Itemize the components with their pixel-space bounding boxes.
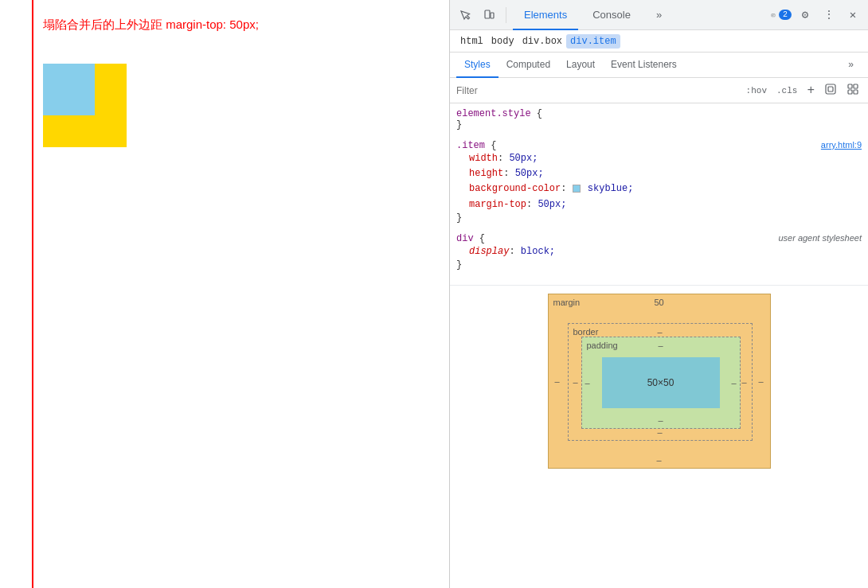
css-close: }: [456, 119, 862, 130]
bm-padding-label: padding: [587, 341, 618, 350]
filter-input[interactable]: [456, 85, 739, 96]
svg-rect-0: [485, 10, 490, 18]
bm-padding-layer: padding – – – – 50×50: [581, 337, 741, 429]
css-prop-bg: background-color: skyblue;: [456, 181, 862, 197]
bc-divbox[interactable]: div.box: [518, 34, 566, 49]
filter-icon1[interactable]: [822, 82, 839, 99]
bc-html[interactable]: html: [456, 34, 487, 49]
css-close-item: }: [456, 212, 862, 224]
tab-console[interactable]: Console: [581, 2, 642, 30]
bm-border-label: border: [573, 327, 599, 337]
svg-rect-2: [772, 14, 775, 16]
tab-styles[interactable]: Styles: [456, 53, 499, 78]
breadcrumb: html body div.box div.item: [450, 30, 868, 53]
css-prop-width: width: 50px;: [456, 151, 862, 166]
color-swatch-skyblue[interactable]: [573, 185, 581, 193]
css-block-div: user agent stylesheet div { display: blo…: [456, 233, 862, 271]
bm-padding-top[interactable]: –: [658, 341, 663, 350]
blue-box: [43, 64, 95, 115]
filter-add[interactable]: +: [804, 83, 817, 99]
devtools-panel: Elements Console » 2 ⚙ ⋮ ✕ html body div…: [450, 0, 868, 588]
svg-rect-5: [826, 84, 835, 94]
cursor-icon[interactable]: [455, 5, 475, 25]
annotation-text: 塌陷合并后的上外边距 margin-top: 50px;: [43, 18, 259, 33]
bm-border-right[interactable]: –: [741, 377, 746, 387]
svg-rect-6: [828, 87, 833, 92]
css-block-item: arry.html:9 .item { width: 50px; height:…: [456, 140, 862, 224]
css-close-div: }: [456, 259, 862, 271]
red-line: [32, 0, 33, 588]
svg-rect-8: [854, 84, 858, 88]
bm-margin-layer: margin 50 – – – border – – – –: [548, 294, 771, 469]
bm-content-box[interactable]: 50×50: [602, 357, 720, 408]
css-prop-margin-top: margin-top: 50px;: [456, 197, 862, 212]
css-selector-item: .item {: [456, 140, 496, 151]
css-selector-element-style: element.style {: [456, 108, 542, 119]
css-source-item[interactable]: arry.html:9: [821, 140, 862, 150]
device-icon[interactable]: [479, 5, 499, 25]
bm-padding-right[interactable]: –: [731, 378, 736, 387]
yellow-box: [43, 64, 127, 147]
demo-area: [43, 64, 127, 147]
tab-more-tabs[interactable]: »: [645, 2, 673, 30]
settings-icon[interactable]: ⚙: [795, 5, 815, 25]
bm-margin-label: margin: [553, 298, 581, 307]
tab-elements[interactable]: Elements: [513, 2, 578, 30]
filter-icon2[interactable]: [844, 82, 862, 99]
styles-content: element.style { } arry.html:9 .item { wi…: [450, 103, 868, 588]
filter-cls[interactable]: .cls: [774, 85, 800, 96]
box-model-area: margin 50 – – – border – – – –: [450, 286, 868, 477]
user-agent-label: user agent stylesheet: [778, 233, 862, 243]
bm-border-layer: border – – – – padding – – – –: [568, 323, 753, 441]
svg-rect-10: [854, 90, 858, 94]
bm-margin-left[interactable]: –: [555, 376, 560, 386]
css-rules: element.style { } arry.html:9 .item { wi…: [450, 103, 868, 286]
more-icon[interactable]: ⋮: [819, 5, 839, 25]
badge-count: 2: [779, 10, 792, 20]
bm-padding-left[interactable]: –: [585, 378, 590, 387]
tab-more-styles[interactable]: »: [840, 53, 862, 78]
bm-border-top[interactable]: –: [657, 327, 662, 337]
filter-hov[interactable]: :hov: [744, 85, 769, 96]
css-prop-display: display: block;: [456, 244, 862, 259]
tab-computed[interactable]: Computed: [499, 53, 558, 78]
tab-event-listeners[interactable]: Event Listeners: [603, 53, 685, 78]
css-prop-height: height: 50px;: [456, 166, 862, 181]
devtools-toolbar: Elements Console » 2 ⚙ ⋮ ✕: [450, 0, 868, 30]
filter-bar: :hov .cls +: [450, 78, 868, 103]
svg-rect-1: [491, 13, 494, 18]
toolbar-sep: [506, 7, 506, 23]
close-icon[interactable]: ✕: [843, 5, 863, 25]
bc-body[interactable]: body: [487, 34, 518, 49]
bm-margin-top-val[interactable]: 50: [654, 298, 663, 307]
svg-rect-9: [848, 90, 852, 94]
bm-margin-right[interactable]: –: [758, 376, 763, 386]
svg-rect-7: [848, 84, 852, 88]
badge-icon[interactable]: 2: [771, 5, 792, 25]
bm-border-left[interactable]: –: [573, 377, 578, 387]
box-model-diagram: margin 50 – – – border – – – –: [548, 294, 771, 469]
css-block-element-style: element.style { }: [456, 108, 862, 130]
tab-layout[interactable]: Layout: [558, 53, 603, 78]
bm-content-size: 50×50: [647, 377, 674, 388]
css-selector-div: div {: [456, 233, 485, 244]
styles-tabs: Styles Computed Layout Event Listeners »: [450, 53, 868, 78]
bc-divitem[interactable]: div.item: [566, 34, 620, 49]
bm-margin-bottom[interactable]: –: [656, 455, 661, 465]
left-panel: 塌陷合并后的上外边距 margin-top: 50px;: [0, 0, 450, 588]
bm-padding-bottom[interactable]: –: [658, 415, 663, 425]
